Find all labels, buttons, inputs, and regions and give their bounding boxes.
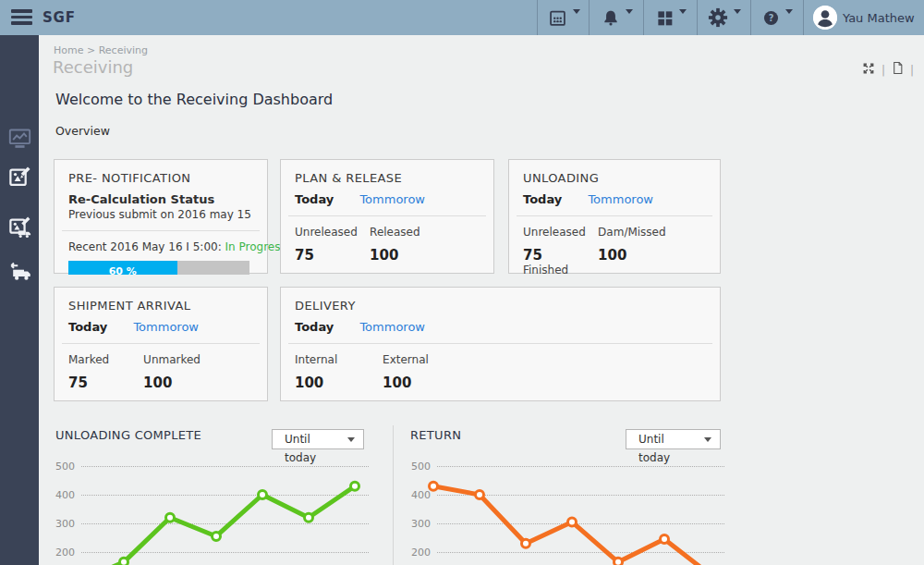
notifications-menu-button[interactable] [589, 0, 644, 35]
chart-title-return: RETURN [410, 428, 461, 442]
stat: Marked 75 [68, 353, 139, 391]
page-title: Receiving [53, 57, 133, 77]
stat-value: 75 [68, 375, 139, 391]
stat-value: 75 [295, 247, 365, 264]
stat: Unreleased 75 [523, 226, 593, 264]
user-avatar [813, 6, 837, 30]
breadcrumb-home[interactable]: Home [54, 44, 83, 56]
status-badge: In Progress [225, 240, 286, 253]
gear-icon [708, 7, 728, 28]
chart-canvas [54, 458, 372, 565]
stat-label: Dam/Missed [598, 226, 675, 239]
recent-status-line: Recent 2016 May 16 I 5:00: In Progress [68, 240, 253, 253]
divider [62, 230, 260, 231]
stat: Unmarked 100 [143, 353, 213, 391]
chevron-down-icon [734, 9, 741, 14]
status-subtitle: Previous submit on 2016 may 15 [68, 208, 253, 221]
breadcrumb-current[interactable]: Receiving [99, 44, 148, 56]
tab-tomorrow[interactable]: Tommorow [588, 192, 653, 206]
svg-text:?: ? [769, 12, 774, 22]
apps-menu-button[interactable] [643, 0, 698, 35]
chart-range-dropdown[interactable]: Until today [626, 429, 721, 449]
chart-data-point [476, 491, 484, 499]
stat: External 100 [383, 353, 466, 391]
stat: Dam/Missed 100 [598, 226, 675, 264]
chevron-down-icon [785, 9, 793, 14]
stat-value: 100 [598, 247, 675, 264]
chevron-down-icon [573, 9, 580, 14]
chart-data-point [351, 482, 359, 490]
shipment-arrival-card: SHIPMENT ARRIVAL Today Tommorow Marked 7… [54, 287, 268, 401]
chart-data-point [120, 558, 128, 565]
receiving-dashboard: SGF [0, 0, 924, 565]
progress-label: 60 % [109, 265, 137, 277]
hamburger-menu-icon[interactable] [11, 9, 32, 28]
stat-label: Finished [523, 264, 593, 276]
welcome-heading: Welcome to the Receiving Dashboard [55, 91, 333, 108]
divider [517, 215, 712, 216]
chart-data-point [568, 518, 577, 526]
chart-range-dropdown[interactable]: Until today [272, 429, 364, 449]
chart-title-unloading-complete: UNLOADING COMPLETE [55, 428, 201, 442]
progress-bar: 60 % [68, 261, 249, 275]
truck-return-icon [7, 271, 32, 289]
chart-data-point [166, 513, 175, 522]
form-edit-icon [7, 176, 32, 193]
stat-label: External [383, 353, 466, 366]
stat: Internal 100 [295, 353, 378, 391]
chart-data-point [305, 513, 313, 522]
sidebar-item-plan-release[interactable] [7, 215, 32, 240]
help-icon: ? [762, 9, 780, 27]
chart-data-point [614, 558, 623, 565]
divider [288, 343, 712, 344]
delivery-card: DELIVERY Today Tommorow Internal 100 Ext… [280, 287, 721, 401]
chart-data-point [213, 532, 221, 540]
stat-value: 100 [370, 247, 440, 264]
sidebar-item-pre-notification[interactable] [7, 165, 32, 190]
tab-today[interactable]: Today [295, 320, 334, 334]
divider [393, 425, 394, 565]
document-icon[interactable] [892, 61, 904, 79]
card-title: DELIVERY [295, 299, 706, 313]
top-header-bar: SGF [0, 0, 924, 35]
tab-today[interactable]: Today [523, 192, 562, 206]
divider: | [910, 64, 914, 77]
stat-label: Unmarked [143, 353, 213, 366]
brand-logo: SGF [43, 9, 76, 26]
divider [62, 343, 260, 344]
breadcrumb: Home > Receiving [54, 44, 148, 56]
stat-value: 100 [383, 375, 466, 391]
truck-edit-icon [7, 226, 32, 243]
tab-tomorrow[interactable]: Tommorow [359, 192, 425, 206]
tab-tomorrow[interactable]: Tommorow [133, 320, 199, 334]
user-menu-button[interactable]: Yau Mathew [803, 0, 924, 35]
stat-value: 100 [143, 375, 213, 391]
bell-icon [602, 8, 620, 28]
tab-tomorrow[interactable]: Tommorow [359, 320, 425, 334]
sidebar-item-return[interactable] [7, 260, 32, 285]
sidebar-item-dashboard[interactable] [7, 126, 32, 151]
help-menu-button[interactable]: ? [750, 0, 804, 35]
stat-value: 100 [295, 375, 378, 391]
breadcrumb-separator: > [87, 44, 95, 56]
calendar-icon [548, 8, 567, 28]
tab-today[interactable]: Today [295, 192, 334, 206]
card-title: PRE- NOTIFICATION [68, 171, 253, 185]
stat-label: Unreleased [295, 226, 365, 239]
dashboard-chart-icon [7, 137, 32, 154]
left-sidebar [0, 35, 39, 565]
apps-grid-icon [656, 9, 674, 27]
pre-notification-card: PRE- NOTIFICATION Re-Calculation Status … [54, 159, 268, 274]
chart-line [78, 486, 355, 565]
settings-menu-button[interactable] [697, 0, 751, 35]
tab-today[interactable]: Today [68, 320, 107, 334]
chart-canvas [409, 458, 728, 565]
fullscreen-icon[interactable] [862, 61, 875, 79]
stat-label: Unreleased [523, 226, 593, 239]
divider [288, 215, 486, 216]
unloading-complete-line-chart: 500400300200 [54, 458, 372, 565]
chevron-down-icon [626, 9, 633, 14]
chart-data-point [430, 482, 438, 490]
calendar-menu-button[interactable] [537, 0, 590, 35]
card-title: UNLOADING [523, 171, 706, 185]
